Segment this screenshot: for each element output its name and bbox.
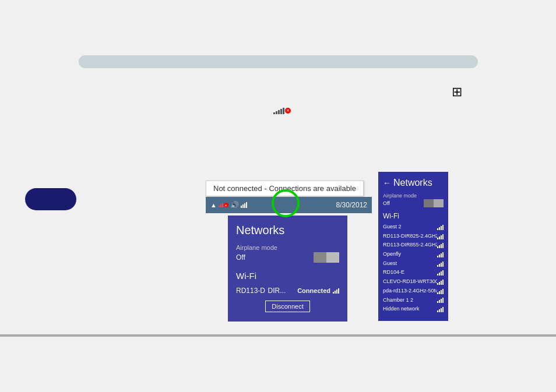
taskbar-sound-icon[interactable]: 🔊 xyxy=(230,201,239,209)
list-item[interactable]: Hidden network xyxy=(383,306,444,313)
list-item[interactable]: RD113-DIR855-2.4GHZ-6 xyxy=(383,242,444,249)
wifi-heading-right: Wi-Fi xyxy=(383,212,444,220)
signal-icon xyxy=(437,279,444,285)
list-item[interactable]: CLEVO-RD18-WRT300N2 xyxy=(383,278,444,285)
airplane-mode-toggle-right[interactable] xyxy=(424,199,444,207)
networks-panel-right-title: ← Networks xyxy=(383,178,444,188)
networks-panel-small-title: Networks xyxy=(236,224,339,237)
signal-icon xyxy=(437,297,444,303)
list-item[interactable]: Guest 2 xyxy=(383,224,444,231)
airplane-mode-label-right: Airplane mode xyxy=(383,193,444,199)
list-item[interactable]: RD113-DIR825-2.4GHZ xyxy=(383,233,444,240)
signal-icon xyxy=(437,261,444,267)
networks-panel-right: ← Networks Airplane mode Off Wi-Fi Guest… xyxy=(378,172,448,321)
signal-icon xyxy=(437,270,444,276)
airplane-mode-toggle-small[interactable] xyxy=(314,252,339,263)
no-connection-badge: ✕ xyxy=(285,108,291,114)
signal-icon xyxy=(437,224,444,230)
connected-network-name2: DIR... xyxy=(268,287,298,295)
list-item[interactable]: Chamber 1 2 xyxy=(383,297,444,304)
right-networks-list: Guest 2 RD113-DIR825-2.4GHZ RD113-DIR855… xyxy=(383,224,444,313)
top-scrollbar[interactable] xyxy=(79,55,478,68)
signal-icon xyxy=(437,234,444,239)
airplane-mode-toggle-row-right: Off xyxy=(383,199,444,207)
purple-oval-button[interactable] xyxy=(25,188,76,210)
networks-panel-small: Networks Airplane mode Off Wi-Fi RD113-D… xyxy=(228,216,347,322)
airplane-mode-value-small: Off xyxy=(236,253,245,262)
signal-bars-icon xyxy=(273,108,284,114)
network-taskbar-icon[interactable]: ✕ xyxy=(273,104,291,118)
disconnect-button[interactable]: Disconnect xyxy=(265,301,309,312)
list-item[interactable]: RD104-E xyxy=(383,269,444,276)
airplane-mode-toggle-row-small: Off xyxy=(236,252,339,263)
connected-network-status: Connected xyxy=(297,287,330,294)
list-item[interactable]: Guest xyxy=(383,260,444,267)
not-connected-tooltip: Not connected - Connections are availabl… xyxy=(206,181,364,196)
taskbar-chevron-up-icon[interactable]: ▲ xyxy=(210,202,217,209)
connected-network-name1: RD113-DIR... xyxy=(236,287,266,295)
signal-icon xyxy=(437,242,444,248)
taskbar-network-icon[interactable]: ✕ xyxy=(219,203,228,207)
taskbar-icons: ▲ ✕ 🔊 xyxy=(210,201,247,209)
airplane-mode-value-right: Off xyxy=(383,200,390,206)
back-icon[interactable]: ← xyxy=(383,178,391,188)
taskbar-wifi-signal-icon[interactable] xyxy=(241,202,247,208)
windows-logo: ⊞ xyxy=(448,83,466,101)
signal-icon xyxy=(437,288,444,294)
airplane-mode-label-small: Airplane mode xyxy=(236,244,339,251)
bottom-border xyxy=(0,334,556,337)
signal-icon xyxy=(437,252,444,257)
list-item[interactable]: pda-rd113-2.4GHz-50Mb xyxy=(383,288,444,295)
list-item[interactable]: Openfly xyxy=(383,251,444,258)
taskbar-datetime: 8/30/2012 xyxy=(336,201,367,209)
signal-icon xyxy=(437,306,444,312)
connected-signal-bars xyxy=(333,288,339,294)
connected-network-row[interactable]: RD113-DIR... DIR... Connected xyxy=(236,287,339,295)
not-connected-text: Not connected - Connections are availabl… xyxy=(213,184,356,193)
taskbar-strip: ▲ ✕ 🔊 8/30/2012 xyxy=(206,197,372,213)
wifi-heading-small: Wi-Fi xyxy=(236,271,339,281)
